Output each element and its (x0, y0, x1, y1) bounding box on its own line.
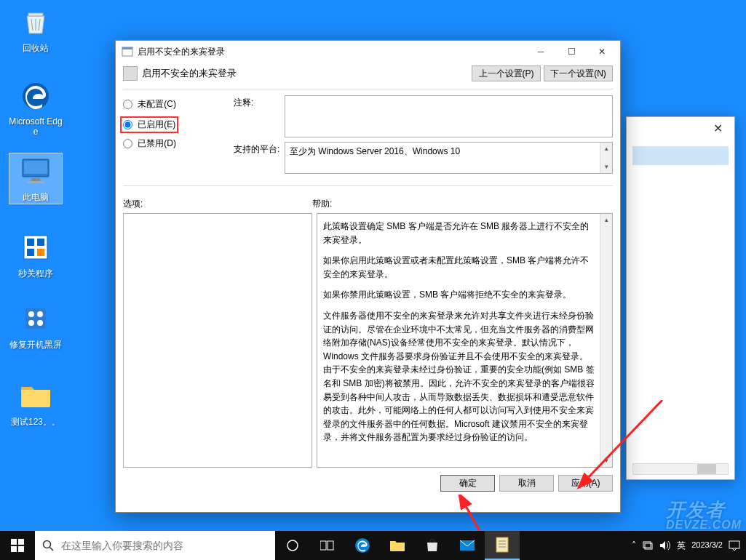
recycle-bin-icon (18, 4, 53, 39)
svg-rect-7 (37, 239, 44, 246)
svg-rect-6 (27, 239, 34, 246)
desktop-icon-quick-close[interactable]: 秒关程序 (9, 230, 63, 280)
folder-icon (18, 378, 53, 413)
taskbar-store-icon[interactable] (415, 531, 450, 560)
tray-volume-icon[interactable] (659, 540, 671, 551)
tray-clock[interactable]: 2023/3/2 (691, 540, 723, 550)
tray-notifications-icon[interactable] (729, 540, 740, 551)
svg-rect-30 (496, 537, 508, 552)
desktop-icon-edge[interactable]: Microsoft Edge (9, 79, 63, 137)
search-input[interactable] (61, 540, 268, 551)
task-view-icon[interactable] (310, 531, 345, 560)
ok-button[interactable]: 确定 (440, 475, 495, 492)
help-label: 帮助: (312, 198, 332, 210)
svg-rect-2 (24, 161, 47, 174)
svg-rect-3 (31, 178, 40, 181)
svg-rect-4 (27, 181, 44, 183)
search-icon (42, 540, 54, 551)
cancel-button[interactable]: 取消 (499, 475, 554, 492)
taskbar: ˄ 英 2023/3/2 (0, 531, 746, 560)
radio-disabled[interactable]: 已禁用(D) (123, 137, 225, 150)
prev-setting-button[interactable]: 上一个设置(P) (472, 65, 541, 81)
taskbar-edge-icon[interactable] (345, 531, 380, 560)
edge-icon (18, 79, 53, 113)
computer-icon (18, 153, 53, 188)
radio-enabled[interactable]: 已启用(E) (120, 116, 178, 133)
taskbar-notepad-icon[interactable] (485, 531, 520, 560)
svg-rect-21 (11, 546, 17, 552)
svg-point-25 (287, 540, 298, 551)
taskbar-search[interactable] (35, 531, 275, 560)
svg-rect-36 (729, 541, 739, 548)
tool-icon (18, 301, 53, 336)
close-button[interactable]: ✕ (587, 42, 617, 61)
options-label: 选项: (123, 198, 312, 210)
platform-label: 支持的平台: (234, 142, 285, 174)
next-setting-button[interactable]: 下一个设置(N) (544, 65, 613, 81)
svg-rect-26 (320, 541, 326, 550)
radio-not-configured[interactable]: 未配置(C) (123, 98, 225, 111)
background-window: ✕ (626, 116, 735, 480)
svg-rect-19 (11, 539, 17, 545)
svg-rect-27 (328, 541, 333, 550)
bg-scrollbar-horizontal[interactable] (632, 463, 729, 475)
watermark: 开发者 DEVZE.COM (666, 500, 742, 531)
policy-icon (123, 66, 138, 81)
comment-label: 注释: (234, 95, 285, 137)
system-tray[interactable]: ˄ 英 2023/3/2 (632, 540, 746, 552)
svg-rect-8 (27, 249, 34, 256)
platform-box: 至少为 Windows Server 2016、Windows 10 ▴▾ (285, 142, 613, 174)
svg-rect-10 (25, 308, 46, 329)
maximize-button[interactable]: ☐ (556, 42, 587, 61)
start-button[interactable] (0, 531, 35, 560)
policy-name: 启用不安全的来宾登录 (142, 67, 469, 80)
svg-rect-20 (18, 539, 24, 545)
svg-point-23 (44, 541, 51, 548)
svg-rect-16 (122, 47, 132, 49)
svg-point-11 (28, 311, 34, 317)
comment-textarea[interactable] (285, 95, 613, 137)
dialog-title: 启用不安全的来宾登录 (138, 46, 525, 58)
desktop-icon-this-pc[interactable]: 此电脑 (9, 153, 63, 204)
svg-point-13 (28, 320, 34, 326)
options-panel (123, 213, 312, 468)
dialog-icon (122, 46, 133, 57)
help-scrollbar[interactable]: ▴▾ (600, 214, 612, 467)
svg-point-12 (37, 311, 43, 317)
bg-selection-bar (632, 146, 729, 165)
apply-button[interactable]: 应用(A) (558, 475, 613, 492)
svg-rect-22 (18, 546, 24, 552)
dialog-titlebar[interactable]: 启用不安全的来宾登录 ─ ☐ ✕ (116, 41, 620, 63)
minimize-button[interactable]: ─ (525, 42, 556, 61)
svg-rect-9 (37, 249, 44, 256)
platform-scrollbar[interactable]: ▴▾ (600, 143, 612, 173)
desktop-icon-recycle-bin[interactable]: 回收站 (9, 4, 63, 55)
help-panel[interactable]: 此策略设置确定 SMB 客户端是否允许在 SMB 服务器上进行不安全的来宾登录。… (317, 213, 613, 468)
cortana-icon[interactable] (275, 531, 310, 560)
taskbar-mail-icon[interactable] (450, 531, 485, 560)
taskbar-explorer-icon[interactable] (380, 531, 415, 560)
bg-close-button[interactable]: ✕ (707, 121, 729, 135)
tray-ime[interactable]: 英 (677, 540, 686, 552)
app-icon (18, 230, 53, 265)
desktop-icon-test-folder[interactable]: 测试123。。 (9, 378, 63, 428)
svg-line-24 (50, 548, 54, 551)
tray-network-icon[interactable] (642, 540, 654, 551)
desktop-icon-fix-boot[interactable]: 修复开机黑屏 (9, 301, 63, 351)
svg-point-14 (37, 320, 43, 326)
policy-dialog: 启用不安全的来宾登录 ─ ☐ ✕ 启用不安全的来宾登录 上一个设置(P) 下一个… (115, 40, 621, 513)
tray-chevron-icon[interactable]: ˄ (632, 540, 636, 551)
windows-icon (11, 539, 24, 552)
